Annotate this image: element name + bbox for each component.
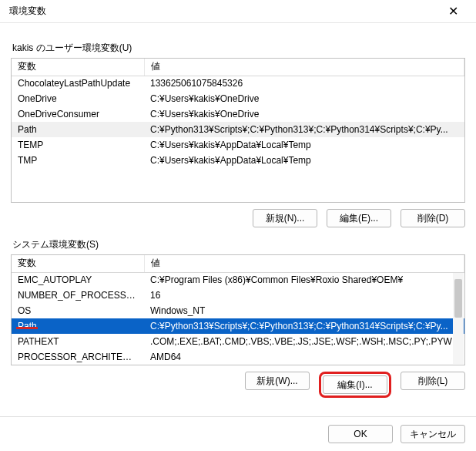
system-vars-table-wrap: 変数 値 EMC_AUTOPLAYC:¥Program Files (x86)¥… — [11, 254, 465, 365]
user-col-variable[interactable]: 変数 — [12, 59, 144, 76]
table-row[interactable]: NUMBER_OF_PROCESSORS16 — [12, 288, 464, 303]
user-new-button[interactable]: 新規(N)... — [253, 209, 317, 227]
table-row-selected[interactable]: PathC:¥Python313¥Scripts¥;C:¥Python313¥;… — [12, 122, 464, 137]
table-row[interactable]: TMPC:¥Users¥kakis¥AppData¥Local¥Temp — [12, 153, 464, 168]
scrollbar[interactable] — [453, 273, 464, 364]
system-delete-button[interactable]: 削除(L) — [401, 372, 465, 390]
table-row[interactable]: OneDriveConsumerC:¥Users¥kakis¥OneDrive — [12, 106, 464, 122]
scrollbar-thumb[interactable] — [454, 279, 462, 318]
table-row[interactable]: EMC_AUTOPLAYC:¥Program Files (x86)¥Commo… — [12, 272, 464, 288]
system-edit-button[interactable]: 編集(I)... — [323, 375, 387, 394]
table-row[interactable]: PATHEXT.COM;.EXE;.BAT;.CMD;.VBS;.VBE;.JS… — [12, 334, 464, 349]
table-row[interactable]: ChocolateyLastPathUpdate1336250610758453… — [12, 76, 464, 91]
user-col-value[interactable]: 値 — [144, 59, 464, 76]
annotation-highlight: 編集(I)... — [319, 372, 391, 398]
dialog-footer: OK キャンセル — [0, 416, 476, 451]
user-vars-table-wrap: 変数 値 ChocolateyLastPathUpdate13362506107… — [11, 58, 465, 203]
table-row-selected[interactable]: PathC:¥Python313¥Scripts¥;C:¥Python313¥;… — [12, 318, 464, 334]
ok-button[interactable]: OK — [328, 425, 393, 443]
system-vars-label: システム環境変数(S) — [12, 238, 465, 251]
user-buttons-row: 新規(N)... 編集(E)... 削除(D) — [11, 209, 465, 227]
system-new-button[interactable]: 新規(W)... — [245, 372, 310, 390]
cancel-button[interactable]: キャンセル — [401, 425, 465, 443]
user-vars-table[interactable]: 変数 値 ChocolateyLastPathUpdate13362506107… — [12, 59, 464, 168]
table-row[interactable]: OneDriveC:¥Users¥kakis¥OneDrive — [12, 91, 464, 106]
table-row[interactable]: TEMPC:¥Users¥kakis¥AppData¥Local¥Temp — [12, 137, 464, 153]
sys-col-value[interactable]: 値 — [144, 255, 464, 272]
system-buttons-row: 新規(W)... 編集(I)... 削除(L) — [11, 372, 465, 398]
sys-col-variable[interactable]: 変数 — [12, 255, 144, 272]
user-delete-button[interactable]: 削除(D) — [401, 209, 465, 227]
window-title: 環境変数 — [9, 5, 46, 18]
user-vars-label: kakis のユーザー環境変数(U) — [12, 42, 465, 55]
annotation-underline — [16, 327, 38, 329]
titlebar: 環境変数 ✕ — [0, 0, 476, 23]
table-row[interactable]: OSWindows_NT — [12, 303, 464, 318]
system-vars-table[interactable]: 変数 値 EMC_AUTOPLAYC:¥Program Files (x86)¥… — [12, 255, 464, 365]
dialog-content: kakis のユーザー環境変数(U) 変数 値 ChocolateyLastPa… — [0, 23, 476, 406]
close-icon[interactable]: ✕ — [439, 0, 467, 23]
table-row[interactable]: PROCESSOR_ARCHITECTUREAMD64 — [12, 349, 464, 365]
user-edit-button[interactable]: 編集(E)... — [327, 209, 391, 227]
table-row[interactable]: PROCESSOR_IDENTIFIERIntel64 Family 6 Mod… — [12, 365, 464, 365]
